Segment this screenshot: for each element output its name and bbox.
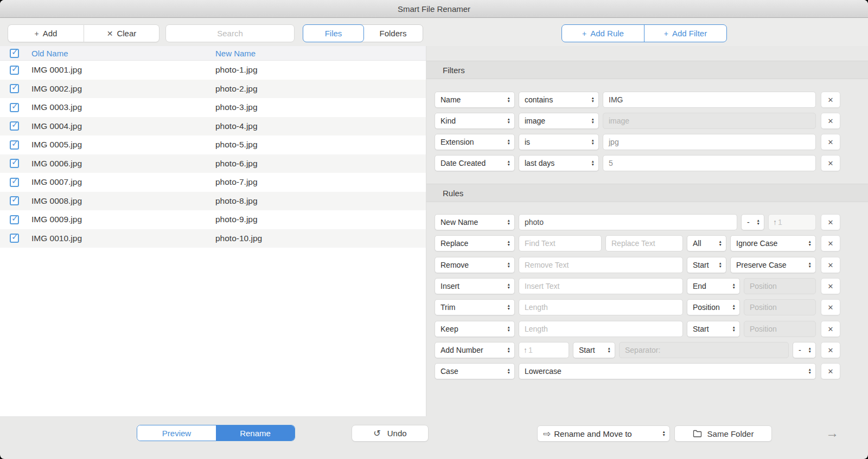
tab-folders[interactable]: Folders (363, 25, 423, 42)
filter-op-dropdown[interactable]: is▲▼ (519, 134, 599, 150)
separator-dropdown[interactable]: - ▲▼ (793, 342, 816, 358)
rule-type-dropdown[interactable]: Insert ▲▼ (435, 278, 515, 294)
table-row[interactable]: ✓IMG 0007.jpgphoto-7.jpg (0, 173, 426, 192)
filter-field-dropdown[interactable]: Kind▲▼ (435, 113, 515, 129)
filter-value-input[interactable]: 5 (603, 155, 816, 171)
row-checkbox[interactable]: ✓ (10, 159, 19, 168)
destination-folder-button[interactable]: Same Folder (674, 425, 772, 442)
add-clear-group: + Add ✕ Clear (8, 24, 159, 42)
table-row[interactable]: ✓IMG 0006.jpgphoto-6.jpg (0, 154, 426, 173)
table-row[interactable]: ✓IMG 0010.jpgphoto-10.jpg (0, 229, 426, 248)
remove-filter-button[interactable]: ✕ (821, 134, 840, 150)
go-arrow-button[interactable]: → (822, 424, 842, 442)
filter-op-dropdown[interactable]: last days▲▼ (519, 155, 599, 171)
filter-op-dropdown[interactable]: contains▲▼ (519, 92, 599, 108)
remove-filter-button[interactable]: ✕ (821, 113, 840, 129)
rule-type-dropdown[interactable]: Trim ▲▼ (435, 299, 515, 315)
rule-type-dropdown[interactable]: New Name ▲▼ (435, 214, 515, 230)
insert-text-input[interactable]: Insert Text (519, 278, 683, 294)
remove-rule-button[interactable]: ✕ (821, 278, 840, 294)
add-rule-button[interactable]: + Add Rule (562, 25, 644, 42)
rule-type-dropdown[interactable]: Keep ▲▼ (435, 321, 515, 337)
filter-value-input[interactable]: jpg (603, 134, 816, 150)
table-row[interactable]: ✓IMG 0009.jpgphoto-9.jpg (0, 210, 426, 229)
row-checkbox[interactable]: ✓ (10, 234, 19, 243)
table-row[interactable]: ✓IMG 0005.jpgphoto-5.jpg (0, 135, 426, 154)
separator-dropdown[interactable]: - ▲▼ (741, 214, 764, 230)
remove-rule-button[interactable]: ✕ (821, 257, 840, 273)
row-checkbox[interactable]: ✓ (10, 196, 19, 205)
stepper-arrows-icon: ▲▼ (719, 262, 722, 268)
position-dropdown[interactable]: End ▲▼ (687, 278, 740, 294)
column-header-new-name[interactable]: New Name (215, 49, 256, 58)
check-icon: ✓ (11, 176, 18, 185)
new-name-cell: photo-1.jpg (215, 65, 258, 75)
tab-files[interactable]: Files (303, 24, 364, 42)
stepper-arrows-icon: ▲▼ (507, 262, 510, 268)
add-button[interactable]: + Add (8, 24, 84, 42)
filter-field-dropdown[interactable]: Name▲▼ (435, 92, 515, 108)
position-input[interactable]: Position (744, 321, 816, 337)
table-row[interactable]: ✓IMG 0001.jpgphoto-1.jpg (0, 61, 426, 80)
rule-type-dropdown[interactable]: Replace ▲▼ (435, 235, 515, 251)
remove-filter-button[interactable]: ✕ (821, 155, 840, 171)
case-value-dropdown[interactable]: Lowercase ▲▼ (519, 363, 816, 379)
start-number-input[interactable]: ↑ 1 (519, 342, 569, 358)
remove-rule-button[interactable]: ✕ (821, 214, 840, 230)
remove-rule-button[interactable]: ✕ (821, 363, 840, 379)
column-header-old-name[interactable]: Old Name (31, 49, 215, 58)
position-dropdown[interactable]: Start ▲▼ (687, 321, 740, 337)
rename-move-dropdown[interactable]: ⇨ Rename and Move to ▲▼ (537, 425, 670, 442)
position-dropdown[interactable]: Start ▲▼ (687, 257, 726, 273)
row-checkbox[interactable]: ✓ (10, 103, 19, 112)
remove-text-input[interactable]: Remove Text (519, 257, 683, 273)
rule-type-dropdown[interactable]: Add Number ▲▼ (435, 342, 515, 358)
row-checkbox[interactable]: ✓ (10, 215, 19, 224)
add-filter-button[interactable]: + Add Filter (644, 25, 726, 42)
length-input[interactable]: Length (519, 321, 683, 337)
remove-rule-button[interactable]: ✕ (821, 299, 840, 315)
row-checkbox[interactable]: ✓ (10, 178, 19, 187)
search-input[interactable]: Search (165, 24, 295, 42)
rule-row: Insert ▲▼ Insert Text End ▲▼ Position ✕ (426, 278, 868, 294)
row-checkbox[interactable]: ✓ (10, 84, 19, 93)
separator-input[interactable]: Separator: (619, 342, 789, 358)
rule-type-dropdown[interactable]: Case ▲▼ (435, 363, 515, 379)
clear-button[interactable]: ✕ Clear (84, 24, 159, 42)
position-dropdown[interactable]: Start ▲▼ (573, 342, 615, 358)
filter-field-dropdown[interactable]: Extension▲▼ (435, 134, 515, 150)
remove-filter-button[interactable]: ✕ (821, 92, 840, 108)
rename-button[interactable]: Rename (216, 425, 295, 441)
table-row[interactable]: ✓IMG 0004.jpgphoto-4.jpg (0, 117, 426, 136)
filter-op-dropdown[interactable]: image▲▼ (519, 113, 599, 129)
table-row[interactable]: ✓IMG 0003.jpgphoto-3.jpg (0, 98, 426, 117)
row-checkbox[interactable]: ✓ (10, 66, 19, 75)
filter-field-dropdown[interactable]: Date Created▲▼ (435, 155, 515, 171)
replace-text-input[interactable]: Replace Text (605, 235, 683, 251)
rule-type-dropdown[interactable]: Remove ▲▼ (435, 257, 515, 273)
remove-rule-button[interactable]: ✕ (821, 235, 840, 251)
new-name-input[interactable]: photo (519, 214, 737, 230)
case-mode-dropdown[interactable]: Preserve Case ▲▼ (730, 257, 816, 273)
filter-value-input[interactable]: IMG (603, 92, 816, 108)
table-row[interactable]: ✓IMG 0008.jpgphoto-8.jpg (0, 192, 426, 211)
position-input[interactable]: Position (744, 278, 816, 294)
row-checkbox[interactable]: ✓ (10, 121, 19, 131)
find-text-input[interactable]: Find Text (519, 235, 602, 251)
row-checkbox[interactable]: ✓ (10, 140, 19, 150)
start-number-input[interactable]: ↑ 1 (768, 214, 816, 230)
filter-value-input[interactable]: image (603, 113, 816, 129)
title-bar: Smart File Renamer (0, 0, 868, 18)
case-mode-dropdown[interactable]: Ignore Case ▲▼ (730, 235, 816, 251)
table-row[interactable]: ✓IMG 0002.jpgphoto-2.jpg (0, 80, 426, 99)
position-dropdown[interactable]: Position ▲▼ (687, 299, 740, 315)
remove-rule-button[interactable]: ✕ (821, 321, 840, 337)
length-input[interactable]: Length (519, 299, 683, 315)
select-all-checkbox[interactable]: ✓ (10, 49, 19, 58)
table-header: ✓ Old Name New Name (0, 46, 426, 61)
scope-dropdown[interactable]: All ▲▼ (687, 235, 726, 251)
undo-button[interactable]: ↺ Undo (352, 425, 429, 442)
remove-rule-button[interactable]: ✕ (821, 342, 840, 358)
position-input[interactable]: Position (744, 299, 816, 315)
preview-button[interactable]: Preview (137, 425, 216, 441)
